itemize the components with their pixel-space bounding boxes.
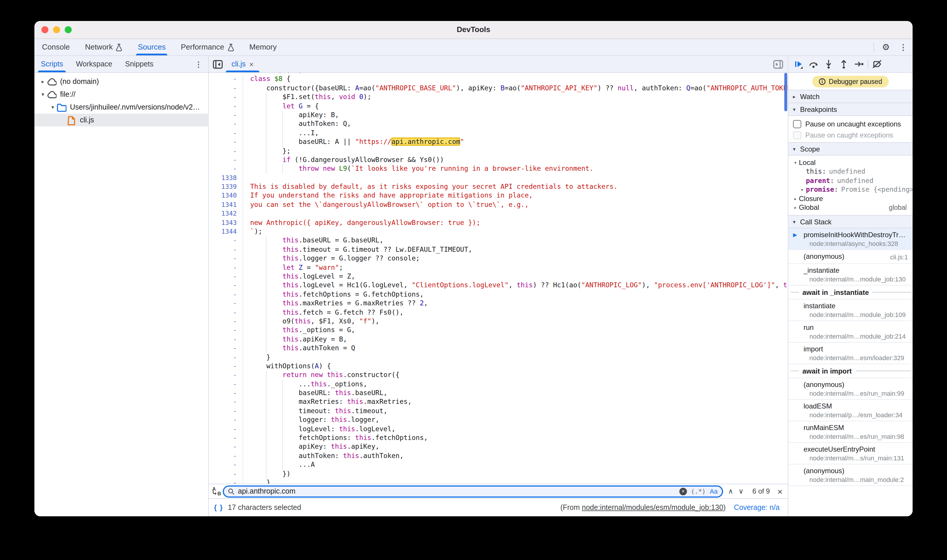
step-out-button[interactable] [836, 57, 851, 72]
code-text[interactable]: this.timeout = G.timeout ?? Lw.DEFAULT_T… [243, 245, 472, 254]
disclosure-collapsed-icon[interactable]: ▸ [799, 187, 806, 192]
line-gutter[interactable]: 1342 [209, 209, 243, 218]
line-gutter[interactable]: - [209, 389, 243, 398]
section-watch[interactable]: ▸ Watch [788, 90, 913, 103]
line-gutter[interactable]: - [209, 452, 243, 461]
section-breakpoints[interactable]: ▾ Breakpoints [788, 103, 913, 116]
editor-tab-clijs[interactable]: cli.js × [226, 56, 259, 72]
code-text[interactable]: if (!G.dangerouslyAllowBrowser && Ys0()) [243, 155, 444, 165]
line-gutter[interactable]: 1340 [209, 191, 243, 200]
replace-toggle-icon[interactable]: AB [212, 486, 221, 496]
call-stack-frame[interactable]: ▶promiseInitHookWithDestroyTr…node:inter… [788, 228, 913, 250]
line-gutter[interactable]: 1338 [209, 173, 243, 182]
code-text[interactable]: this.maxRetries = G.maxRetries ?? 2, [243, 299, 428, 308]
code-text[interactable]: } [243, 353, 270, 362]
line-gutter[interactable]: - [209, 290, 243, 299]
line-gutter[interactable]: - [209, 236, 243, 245]
code-text[interactable]: o9(this, $F1, Xs0, "f"), [243, 317, 379, 326]
code-text[interactable]: This is disabled by default, as it risks… [243, 182, 617, 191]
code-text[interactable]: `); [243, 227, 262, 236]
code-text[interactable]: this._options = G, [243, 326, 355, 335]
tree-item-file-[interactable]: ▾file:// [34, 88, 208, 101]
close-tab-icon[interactable]: × [249, 60, 254, 68]
breakpoint-option[interactable]: Pause on caught exceptions [788, 129, 913, 140]
line-gutter[interactable]: - [209, 155, 243, 165]
editor-scrollbar-thumb[interactable] [784, 73, 787, 111]
call-stack-frame[interactable]: loadESMnode:internal/p…/esm_loader:34 [788, 400, 913, 421]
scope-group-local[interactable]: ▾Local [788, 158, 913, 167]
previous-match-icon[interactable]: ∧ [723, 487, 739, 495]
resume-script-button[interactable] [791, 57, 806, 72]
call-stack-frame[interactable]: (anonymous)node:internal/m…es/run_main:9… [788, 378, 913, 400]
code-text[interactable]: baseURL: this.baseURL, [243, 389, 387, 398]
scope-prop-this[interactable]: this:undefined [788, 167, 913, 176]
scope-group-global[interactable]: ▸Globalglobal [788, 203, 913, 212]
code-text[interactable]: this.fetch = G.fetch ?? Fs0(), [243, 308, 404, 317]
code-text[interactable]: }; [243, 146, 291, 155]
call-stack-frame[interactable]: instantiatenode:internal/m…module_job:10… [788, 300, 913, 321]
code-text[interactable]: ...I, [243, 129, 319, 137]
panel-tab-memory[interactable]: Memory [242, 39, 284, 55]
line-gutter[interactable]: - [209, 478, 243, 484]
navigator-tab-scripts[interactable]: Scripts [34, 56, 69, 72]
checkbox[interactable] [793, 131, 801, 139]
code-text[interactable]: constructor({baseURL: A=ao("ANTHROPIC_BA… [243, 84, 788, 93]
scope-prop-parent[interactable]: parent:undefined [788, 176, 913, 185]
code-text[interactable]: this.logger = G.logger ?? console; [243, 254, 420, 263]
settings-gear-icon[interactable]: ⚙ [878, 42, 894, 52]
regex-toggle[interactable]: (.*) [691, 488, 706, 495]
breakpoint-option[interactable]: Pause on uncaught exceptions [788, 118, 913, 129]
code-text[interactable]: authToken: this.authToken, [243, 452, 404, 461]
code-text[interactable]: class $8 { [243, 75, 291, 84]
disclosure-expanded-icon[interactable]: ▾ [39, 91, 47, 97]
clear-search-icon[interactable]: × [679, 488, 687, 495]
step-into-button[interactable] [821, 57, 836, 72]
navigator-tab-snippets[interactable]: Snippets [119, 56, 160, 72]
line-gutter[interactable]: - [209, 469, 243, 478]
deactivate-breakpoints-button[interactable] [870, 57, 885, 72]
line-gutter[interactable]: - [209, 102, 243, 111]
step-button[interactable] [851, 57, 867, 72]
disclosure-collapsed-icon[interactable]: ▸ [792, 205, 799, 211]
line-gutter[interactable]: - [209, 434, 243, 443]
line-gutter[interactable]: - [209, 137, 243, 146]
code-text[interactable]: you can set the \`dangerouslyAllowBrowse… [243, 200, 529, 209]
line-gutter[interactable]: - [209, 326, 243, 335]
call-stack-frame[interactable]: executeUserEntryPointnode:internal/m…s/r… [788, 443, 913, 465]
code-text[interactable]: ...this._options, [243, 380, 367, 389]
tree-item--no-domain-[interactable]: ▸(no domain) [34, 75, 208, 88]
line-gutter[interactable]: - [209, 75, 243, 84]
code-text[interactable]: logger: this.logger, [243, 415, 379, 425]
search-query[interactable]: api.anthropic.com [238, 487, 679, 495]
coverage-link[interactable]: Coverage: n/a [734, 503, 780, 512]
line-gutter[interactable]: - [209, 415, 243, 425]
line-gutter[interactable]: - [209, 272, 243, 281]
disclosure-collapsed-icon[interactable]: ▸ [792, 196, 799, 202]
tree-item-users-jinhuilee-nvm-versions-node-v2-[interactable]: ▾Users/jinhuilee/.nvm/versions/node/v2… [34, 101, 208, 114]
code-text[interactable]: this.logLevel = Z, [243, 272, 355, 281]
call-stack-frame[interactable]: (anonymous)node:internal/m…main_module:2 [788, 465, 913, 486]
line-gutter[interactable]: - [209, 317, 243, 326]
panel-tab-network[interactable]: Network [77, 39, 130, 55]
line-gutter[interactable]: - [209, 84, 243, 93]
checkbox[interactable] [793, 120, 801, 128]
code-text[interactable]: this.fetchOptions = G.fetchOptions, [243, 290, 424, 299]
section-call-stack[interactable]: ▾ Call Stack [788, 215, 913, 228]
code-text[interactable]: let G = { [243, 102, 319, 111]
call-stack-frame[interactable]: runnode:internal/m…module_job:214 [788, 321, 913, 343]
line-gutter[interactable]: - [209, 335, 243, 344]
line-gutter[interactable]: - [209, 245, 243, 254]
scope-group-closure[interactable]: ▸Closure [788, 194, 913, 203]
navigator-tab-workspace[interactable]: Workspace [69, 56, 119, 72]
match-case-toggle[interactable]: Aa [709, 488, 717, 495]
code-text[interactable]: baseURL: A || "https://api.anthropic.com… [243, 137, 464, 146]
line-gutter[interactable]: - [209, 93, 243, 102]
line-gutter[interactable]: - [209, 308, 243, 317]
line-gutter[interactable]: - [209, 407, 243, 416]
line-gutter[interactable]: - [209, 299, 243, 308]
code-text[interactable]: apiKey: B, [243, 111, 339, 120]
code-text[interactable]: this.logLevel = Hc1(G.logLevel, "ClientO… [243, 281, 788, 290]
code-text[interactable]: this.apiKey = B, [243, 335, 347, 344]
search-input[interactable]: api.anthropic.com × (.*) Aa [223, 485, 723, 497]
code-text[interactable]: this.baseURL = G.baseURL, [243, 236, 383, 245]
